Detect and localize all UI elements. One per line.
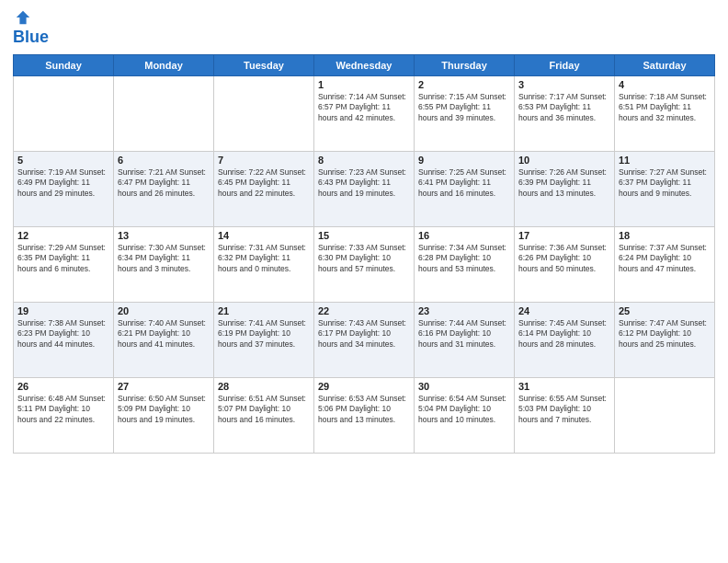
- day-number: 22: [318, 305, 410, 316]
- calendar-weekday-header: Saturday: [615, 55, 715, 76]
- day-info: Sunrise: 7:18 AM Sunset: 6:51 PM Dayligh…: [619, 92, 711, 123]
- day-number: 11: [619, 155, 711, 166]
- day-number: 2: [418, 79, 510, 90]
- calendar-day-cell: 30Sunrise: 6:54 AM Sunset: 5:04 PM Dayli…: [415, 378, 515, 454]
- day-info: Sunrise: 7:22 AM Sunset: 6:45 PM Dayligh…: [218, 167, 310, 199]
- calendar-day-cell: 8Sunrise: 7:23 AM Sunset: 6:43 PM Daylig…: [314, 152, 415, 227]
- day-number: 26: [17, 381, 109, 392]
- calendar-day-cell: 24Sunrise: 7:45 AM Sunset: 6:14 PM Dayli…: [515, 303, 615, 378]
- calendar-day-cell: 28Sunrise: 6:51 AM Sunset: 5:07 PM Dayli…: [214, 378, 314, 454]
- svg-marker-0: [17, 11, 29, 24]
- day-number: 4: [619, 79, 711, 90]
- day-info: Sunrise: 6:55 AM Sunset: 5:03 PM Dayligh…: [518, 394, 610, 425]
- calendar-day-cell: 3Sunrise: 7:17 AM Sunset: 6:53 PM Daylig…: [515, 76, 615, 152]
- day-info: Sunrise: 7:36 AM Sunset: 6:26 PM Dayligh…: [518, 243, 610, 274]
- day-number: 24: [518, 305, 610, 316]
- day-number: 14: [218, 230, 310, 241]
- calendar-day-cell: 20Sunrise: 7:40 AM Sunset: 6:21 PM Dayli…: [114, 303, 214, 378]
- day-number: 16: [418, 230, 510, 241]
- calendar-day-cell: [14, 76, 114, 152]
- calendar-day-cell: [114, 76, 214, 152]
- day-info: Sunrise: 7:25 AM Sunset: 6:41 PM Dayligh…: [418, 167, 510, 199]
- day-number: 19: [17, 305, 109, 316]
- calendar-week-row: 5Sunrise: 7:19 AM Sunset: 6:49 PM Daylig…: [14, 152, 715, 227]
- calendar-day-cell: 21Sunrise: 7:41 AM Sunset: 6:19 PM Dayli…: [214, 303, 314, 378]
- day-number: 5: [17, 155, 109, 166]
- day-info: Sunrise: 7:21 AM Sunset: 6:47 PM Dayligh…: [118, 167, 210, 199]
- day-info: Sunrise: 7:31 AM Sunset: 6:32 PM Dayligh…: [218, 243, 310, 274]
- day-info: Sunrise: 7:43 AM Sunset: 6:17 PM Dayligh…: [318, 318, 410, 350]
- day-info: Sunrise: 6:48 AM Sunset: 5:11 PM Dayligh…: [17, 394, 109, 425]
- day-number: 27: [118, 381, 210, 392]
- day-number: 6: [118, 155, 210, 166]
- day-number: 7: [218, 155, 310, 166]
- day-info: Sunrise: 7:23 AM Sunset: 6:43 PM Dayligh…: [318, 167, 410, 199]
- calendar-weekday-header: Sunday: [14, 55, 114, 76]
- calendar-day-cell: 17Sunrise: 7:36 AM Sunset: 6:26 PM Dayli…: [515, 227, 615, 303]
- calendar-day-cell: 14Sunrise: 7:31 AM Sunset: 6:32 PM Dayli…: [214, 227, 314, 303]
- calendar-day-cell: 2Sunrise: 7:15 AM Sunset: 6:55 PM Daylig…: [415, 76, 515, 152]
- day-info: Sunrise: 7:34 AM Sunset: 6:28 PM Dayligh…: [418, 243, 510, 274]
- calendar-week-row: 12Sunrise: 7:29 AM Sunset: 6:35 PM Dayli…: [14, 227, 715, 303]
- calendar-day-cell: 10Sunrise: 7:26 AM Sunset: 6:39 PM Dayli…: [515, 152, 615, 227]
- day-number: 21: [218, 305, 310, 316]
- day-number: 23: [418, 305, 510, 316]
- day-number: 15: [318, 230, 410, 241]
- calendar-day-cell: 15Sunrise: 7:33 AM Sunset: 6:30 PM Dayli…: [314, 227, 415, 303]
- logo-blue-text: Blue: [13, 28, 49, 46]
- calendar-weekday-header: Friday: [515, 55, 615, 76]
- day-number: 18: [619, 230, 711, 241]
- day-info: Sunrise: 7:33 AM Sunset: 6:30 PM Dayligh…: [318, 243, 410, 274]
- day-info: Sunrise: 7:30 AM Sunset: 6:34 PM Dayligh…: [118, 243, 210, 274]
- day-number: 3: [518, 79, 610, 90]
- calendar-day-cell: 25Sunrise: 7:47 AM Sunset: 6:12 PM Dayli…: [615, 303, 715, 378]
- calendar-day-cell: 1Sunrise: 7:14 AM Sunset: 6:57 PM Daylig…: [314, 76, 415, 152]
- calendar-day-cell: 16Sunrise: 7:34 AM Sunset: 6:28 PM Dayli…: [415, 227, 515, 303]
- day-info: Sunrise: 7:26 AM Sunset: 6:39 PM Dayligh…: [518, 167, 610, 199]
- day-info: Sunrise: 6:53 AM Sunset: 5:06 PM Dayligh…: [318, 394, 410, 425]
- day-number: 31: [518, 381, 610, 392]
- calendar-weekday-header: Monday: [114, 55, 214, 76]
- calendar-weekday-header: Thursday: [415, 55, 515, 76]
- day-info: Sunrise: 7:44 AM Sunset: 6:16 PM Dayligh…: [418, 318, 510, 350]
- calendar-day-cell: 27Sunrise: 6:50 AM Sunset: 5:09 PM Dayli…: [114, 378, 214, 454]
- calendar-week-row: 19Sunrise: 7:38 AM Sunset: 6:23 PM Dayli…: [14, 303, 715, 378]
- calendar-day-cell: 7Sunrise: 7:22 AM Sunset: 6:45 PM Daylig…: [214, 152, 314, 227]
- calendar-day-cell: 6Sunrise: 7:21 AM Sunset: 6:47 PM Daylig…: [114, 152, 214, 227]
- day-number: 28: [218, 381, 310, 392]
- header: Blue: [13, 9, 715, 47]
- calendar-day-cell: 19Sunrise: 7:38 AM Sunset: 6:23 PM Dayli…: [14, 303, 114, 378]
- calendar-weekday-header: Tuesday: [214, 55, 314, 76]
- day-info: Sunrise: 7:27 AM Sunset: 6:37 PM Dayligh…: [619, 167, 711, 199]
- day-number: 30: [418, 381, 510, 392]
- calendar-day-cell: 18Sunrise: 7:37 AM Sunset: 6:24 PM Dayli…: [615, 227, 715, 303]
- calendar-day-cell: 23Sunrise: 7:44 AM Sunset: 6:16 PM Dayli…: [415, 303, 515, 378]
- day-info: Sunrise: 6:54 AM Sunset: 5:04 PM Dayligh…: [418, 394, 510, 425]
- calendar-day-cell: 4Sunrise: 7:18 AM Sunset: 6:51 PM Daylig…: [615, 76, 715, 152]
- calendar-day-cell: 12Sunrise: 7:29 AM Sunset: 6:35 PM Dayli…: [14, 227, 114, 303]
- day-info: Sunrise: 6:50 AM Sunset: 5:09 PM Dayligh…: [118, 394, 210, 425]
- day-number: 25: [619, 305, 711, 316]
- day-number: 29: [318, 381, 410, 392]
- calendar-week-row: 1Sunrise: 7:14 AM Sunset: 6:57 PM Daylig…: [14, 76, 715, 152]
- day-info: Sunrise: 7:14 AM Sunset: 6:57 PM Dayligh…: [318, 92, 410, 123]
- day-number: 8: [318, 155, 410, 166]
- day-number: 17: [518, 230, 610, 241]
- day-info: Sunrise: 7:45 AM Sunset: 6:14 PM Dayligh…: [518, 318, 610, 350]
- calendar-day-cell: 22Sunrise: 7:43 AM Sunset: 6:17 PM Dayli…: [314, 303, 415, 378]
- logo: Blue: [13, 9, 49, 47]
- day-info: Sunrise: 7:19 AM Sunset: 6:49 PM Dayligh…: [17, 167, 109, 199]
- day-info: Sunrise: 7:37 AM Sunset: 6:24 PM Dayligh…: [619, 243, 711, 274]
- calendar-day-cell: 9Sunrise: 7:25 AM Sunset: 6:41 PM Daylig…: [415, 152, 515, 227]
- day-info: Sunrise: 7:41 AM Sunset: 6:19 PM Dayligh…: [218, 318, 310, 350]
- calendar-day-cell: 13Sunrise: 7:30 AM Sunset: 6:34 PM Dayli…: [114, 227, 214, 303]
- day-number: 9: [418, 155, 510, 166]
- day-number: 12: [17, 230, 109, 241]
- day-number: 13: [118, 230, 210, 241]
- calendar-day-cell: [615, 378, 715, 454]
- calendar-day-cell: 31Sunrise: 6:55 AM Sunset: 5:03 PM Dayli…: [515, 378, 615, 454]
- day-info: Sunrise: 7:38 AM Sunset: 6:23 PM Dayligh…: [17, 318, 109, 350]
- day-info: Sunrise: 7:15 AM Sunset: 6:55 PM Dayligh…: [418, 92, 510, 123]
- page: Blue SundayMondayTuesdayWednesdayThursda…: [0, 0, 728, 563]
- day-info: Sunrise: 7:17 AM Sunset: 6:53 PM Dayligh…: [518, 92, 610, 123]
